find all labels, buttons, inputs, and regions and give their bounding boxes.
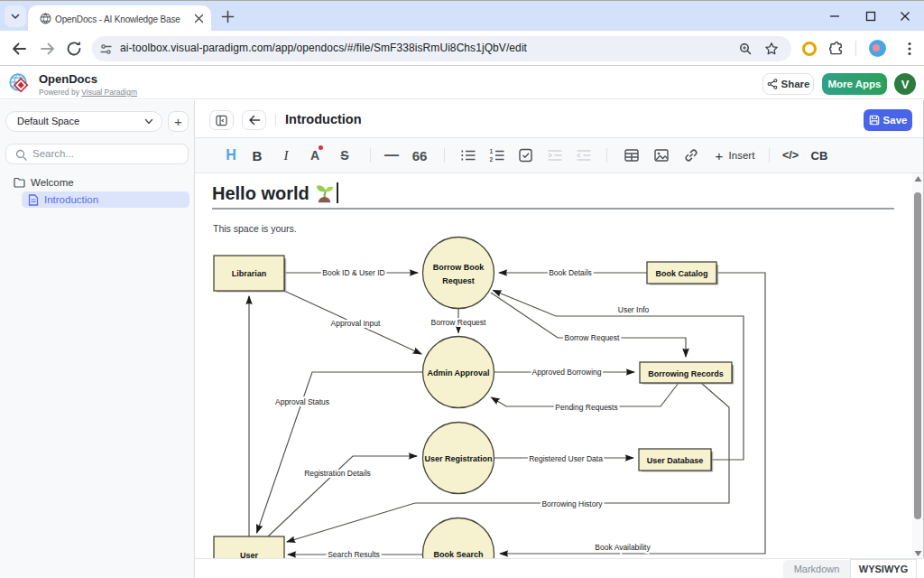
svg-text:Book Catalog: Book Catalog (655, 269, 707, 278)
svg-text:Pending Requests: Pending Requests (555, 403, 617, 412)
svg-text:Librarian: Librarian (232, 269, 267, 278)
svg-text:Book ID & User ID: Book ID & User ID (322, 268, 384, 277)
svg-text:Search Results: Search Results (328, 550, 380, 558)
svg-text:Borrowing History: Borrowing History (541, 499, 603, 508)
svg-text:2: 2 (490, 156, 494, 163)
svg-text:User Info: User Info (618, 305, 650, 314)
svg-text:User Registration: User Registration (424, 454, 492, 463)
svg-text:Book Details: Book Details (549, 268, 592, 277)
svg-text:Book Search: Book Search (433, 550, 483, 558)
svg-text:User: User (240, 551, 259, 558)
svg-text:Approved Borrowing: Approved Borrowing (531, 368, 601, 377)
svg-text:Request: Request (442, 276, 475, 285)
svg-text:Book Availability: Book Availability (595, 543, 651, 552)
svg-text:Borrow Request: Borrow Request (431, 318, 487, 327)
svg-text:Approval Input: Approval Input (331, 319, 381, 328)
svg-text:1: 1 (490, 148, 494, 154)
svg-text:Borrowing Records: Borrowing Records (648, 369, 724, 378)
svg-text:Borrow Request: Borrow Request (565, 333, 621, 342)
svg-text:Admin Approval: Admin Approval (427, 368, 489, 378)
svg-text:Registration Details: Registration Details (304, 469, 371, 478)
svg-text:Approval Status: Approval Status (275, 397, 329, 406)
svg-text:User Database: User Database (647, 456, 704, 465)
svg-text:Borrow Book: Borrow Book (433, 263, 485, 272)
svg-text:Registered User Data: Registered User Data (529, 454, 603, 463)
